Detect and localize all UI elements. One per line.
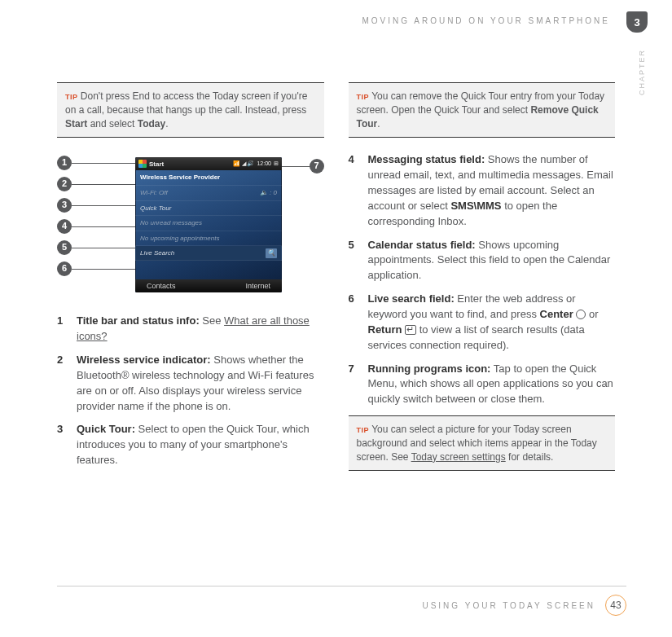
callout-4: 4 (57, 219, 72, 234)
callout-2: 2 (57, 177, 72, 191)
list-item-2: 2 Wireless service indicator: Shows whet… (57, 353, 324, 414)
tip-text: and select (87, 118, 137, 130)
list-item-6: 6 Live search field: Enter the web addre… (349, 292, 616, 353)
link-today-settings[interactable]: Today screen settings (411, 451, 506, 463)
softkey-right: Internet (245, 281, 270, 292)
item-title: Calendar status field: (368, 239, 476, 251)
tip-box-3: TIP You can select a picture for your To… (349, 415, 616, 471)
list-item-7: 7 Running programs icon: Tap to open the… (349, 362, 616, 408)
right-column: TIP You can remove the Quick Tour entry … (349, 82, 616, 485)
callout-3: 3 (57, 198, 72, 213)
tip-bold-start: Start (65, 118, 87, 130)
tip-box-2: TIP You can remove the Quick Tour entry … (349, 82, 616, 138)
provider-row: Wireless Service Provider (135, 170, 282, 186)
list-item-5: 5 Calendar status field: Shows upcoming … (349, 238, 616, 284)
item-number: 7 (349, 362, 360, 408)
tip-text: . (165, 118, 168, 130)
today-screen-screenshot: Start 📶 ◢ 🔊 12:00 ⊞ Wireless Service Pro… (135, 157, 282, 292)
tip-box-1: TIP Don't press End to access the Today … (57, 82, 324, 138)
item-body: or (586, 308, 598, 320)
chapter-number-badge: 3 (626, 11, 648, 33)
item-title: Title bar and status info: (77, 314, 200, 327)
page-number: 43 (605, 595, 626, 616)
item-title: Quick Tour: (77, 423, 135, 435)
return-key-icon (405, 325, 416, 335)
softkey-left: Contacts (147, 281, 176, 292)
left-column: TIP Don't press End to access the Today … (57, 82, 324, 485)
today-screen-figure: 1 2 3 4 5 6 7 (57, 152, 324, 299)
list-item-3: 3 Quick Tour: Select to open the Quick T… (57, 422, 324, 468)
list-item-4: 4 Messaging status field: Shows the numb… (349, 152, 616, 229)
live-search-row: Live Search 🔍 (135, 246, 282, 261)
status-icons: 📶 ◢ 🔊 12:00 ⊞ (233, 160, 279, 168)
callout-7: 7 (310, 159, 324, 174)
tip-label: TIP (357, 93, 370, 101)
item-number: 6 (349, 292, 360, 353)
item-number: 2 (57, 353, 68, 414)
center-key-icon (576, 310, 586, 319)
appointments-row: No upcoming appointments (135, 231, 282, 247)
item-number: 3 (57, 422, 68, 468)
item-number: 4 (349, 152, 360, 229)
center-key-label: Center (540, 308, 573, 320)
callout-6: 6 (57, 261, 72, 276)
callout-1: 1 (57, 156, 72, 170)
wifi-row: Wi-Fi: Off🔈 : 0 (135, 186, 282, 201)
page-footer: USING YOUR TODAY SCREEN 43 (57, 586, 626, 616)
start-menu: Start (138, 160, 164, 169)
tip-label: TIP (357, 426, 370, 434)
windows-flag-icon (138, 160, 147, 168)
tip-text: Don't press End to access the Today scre… (65, 90, 307, 116)
list-item-1: 1 Title bar and status info: See What ar… (57, 314, 324, 345)
callout-5: 5 (57, 240, 72, 255)
return-key-label: Return (368, 323, 402, 336)
tip-label: TIP (65, 93, 78, 101)
item-title: Wireless service indicator: (77, 354, 211, 366)
tip-text: . (377, 118, 380, 130)
tip-text: for details. (506, 451, 554, 463)
running-header: MOVING AROUND ON YOUR SMARTPHONE (57, 16, 615, 25)
item-number: 1 (57, 314, 68, 345)
item-number: 5 (349, 238, 360, 284)
sms-mms-label: SMS\MMS (450, 200, 501, 212)
item-title: Live search field: (368, 292, 455, 305)
footer-section-title: USING YOUR TODAY SCREEN (422, 601, 595, 610)
messages-row: No unread messages (135, 216, 282, 231)
item-body: See (200, 314, 224, 327)
chapter-side-label: CHAPTER (638, 49, 646, 95)
search-go-icon: 🔍 (266, 248, 277, 258)
item-title: Running programs icon: (368, 362, 491, 375)
quick-tour-row: Quick Tour (135, 201, 282, 217)
item-title: Messaging status field: (368, 153, 485, 165)
tip-bold-today: Today (138, 118, 165, 130)
